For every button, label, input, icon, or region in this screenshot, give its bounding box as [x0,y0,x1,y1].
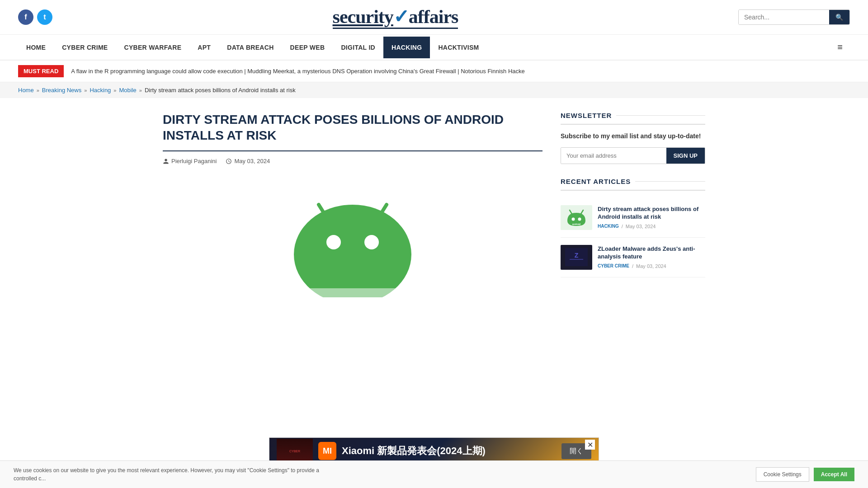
nav-home[interactable]: HOME [18,37,54,58]
breadcrumb-mobile[interactable]: Mobile [119,87,136,94]
site-logo[interactable]: security✓affairs [333,5,458,29]
author-icon [163,158,169,164]
main-nav: HOME CYBER CRIME CYBER WARFARE APT DATA … [0,35,868,61]
android-robot-svg [276,180,429,297]
android-thumb: android [561,205,592,230]
clock-icon [226,158,232,164]
breadcrumb: Home » Breaking News » Hacking » Mobile … [0,82,868,98]
svg-point-3 [326,235,341,249]
zloader-thumb-svg: Z [565,248,588,267]
nav-digital-id[interactable]: DIGITAL ID [333,37,383,58]
article-divider [163,150,542,151]
recent-articles-section: RECENT ARTICLES android [561,178,705,277]
article-info-1: Dirty stream attack poses billions of An… [598,205,705,230]
nav-apt[interactable]: APT [189,37,219,58]
article-title: DIRTY STREAM ATTACK POSES BILLIONS OF AN… [163,112,542,143]
recent-article-item-2[interactable]: Z ZLoader Malware adds Zeus's anti-analy… [561,238,705,277]
main-content: DIRTY STREAM ATTACK POSES BILLIONS OF AN… [145,98,723,315]
recent-article-date-2: May 03, 2024 [636,263,666,269]
article-image [163,175,542,302]
svg-point-9 [578,218,581,221]
search-button[interactable]: 🔍 [829,10,849,24]
dark-thumb: Z [561,245,592,270]
article-thumb-2: Z [561,245,592,270]
android-thumb-svg: android [565,208,588,227]
newsletter-section: NEWSLETTER Subscribe to my email list an… [561,112,705,164]
breadcrumb-sep-3: » [113,88,116,93]
nav-deep-web[interactable]: DEEP WEB [282,37,333,58]
svg-text:android: android [572,223,580,225]
breadcrumb-sep-2: » [84,88,87,93]
ticker-bar: MUST READ A flaw in the R programming la… [0,61,868,82]
breadcrumb-current: Dirty stream attack poses billions of An… [145,87,296,94]
newsletter-desc: Subscribe to my email list and stay up-t… [561,132,705,141]
search-input[interactable] [739,10,829,24]
article-info-2: ZLoader Malware adds Zeus's anti-analysi… [598,245,705,270]
nav-hacking[interactable]: HACKING [383,37,430,58]
recent-article-meta-2: CYBER CRIME / May 03, 2024 [598,263,705,269]
nav-data-breach[interactable]: DATA BREACH [219,37,282,58]
search-box: 🔍 [738,9,850,25]
article-meta: Pierluigi Paganini May 03, 2024 [163,158,542,164]
article-section: DIRTY STREAM ATTACK POSES BILLIONS OF AN… [163,112,542,302]
recent-articles-title: RECENT ARTICLES [561,178,705,191]
email-form: SIGN UP [561,147,705,164]
recent-article-title-2[interactable]: ZLoader Malware adds Zeus's anti-analysi… [598,245,705,261]
recent-article-tag-2: CYBER CRIME [598,263,629,268]
recent-article-title-1[interactable]: Dirty stream attack poses billions of An… [598,205,705,221]
article-date: May 03, 2024 [226,158,270,164]
signup-button[interactable]: SIGN UP [666,148,705,164]
social-icons: f t [18,9,52,25]
email-input[interactable] [561,148,666,164]
breadcrumb-sep-1: » [37,88,39,93]
breadcrumb-breaking-news[interactable]: Breaking News [42,87,81,94]
nav-cyber-warfare[interactable]: CYBER WARFARE [116,37,190,58]
svg-point-4 [364,235,379,249]
svg-text:Z: Z [575,252,579,259]
recent-article-item[interactable]: android Dirty stream attack poses billio… [561,198,705,238]
facebook-icon[interactable]: f [18,9,33,25]
breadcrumb-sep-4: » [139,88,142,93]
recent-article-sep-1: / [622,224,623,229]
recent-article-meta-1: HACKING / May 03, 2024 [598,224,705,229]
recent-article-tag-1: HACKING [598,224,619,229]
nav-cyber-crime[interactable]: CYBER CRIME [54,37,116,58]
recent-article-sep-2: / [632,263,633,269]
article-author: Pierluigi Paganini [163,158,217,164]
top-bar: f t security✓affairs 🔍 [0,0,868,35]
recent-article-date-1: May 03, 2024 [626,224,656,229]
svg-point-8 [572,218,575,221]
breadcrumb-hacking[interactable]: Hacking [90,87,111,94]
sidebar: NEWSLETTER Subscribe to my email list an… [561,112,705,302]
twitter-icon[interactable]: t [37,9,52,25]
ticker-text: A flaw in the R programming language cou… [71,68,525,75]
nav-hacktivism[interactable]: HACKTIVISM [430,37,487,58]
nav-more-icon[interactable]: ≡ [830,35,850,60]
svg-rect-5 [276,288,429,297]
breadcrumb-home[interactable]: Home [18,87,34,94]
newsletter-title: NEWSLETTER [561,112,705,125]
must-read-badge: MUST READ [18,65,64,77]
article-thumb-1: android [561,205,592,230]
